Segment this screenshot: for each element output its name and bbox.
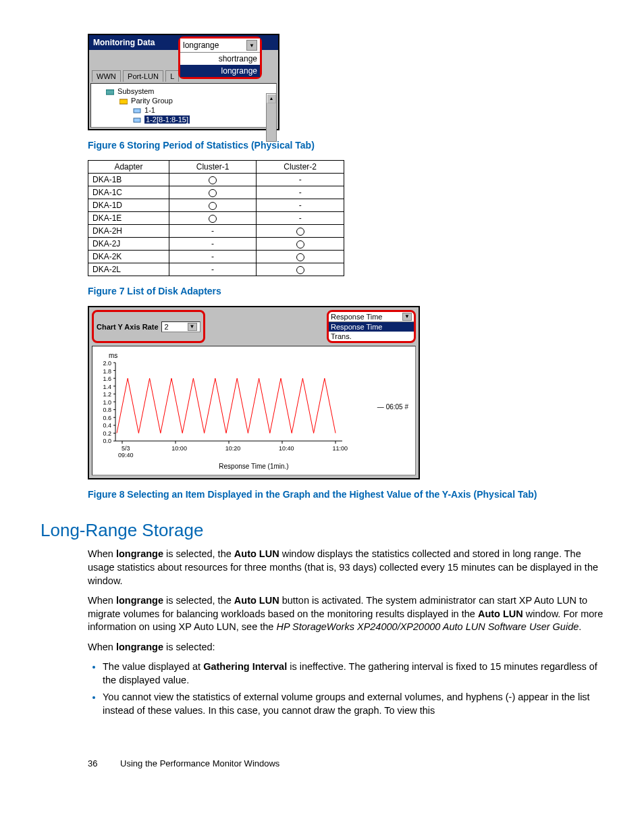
col-adapter: Adapter bbox=[88, 161, 169, 174]
col-cluster-1: Cluster-1 bbox=[169, 161, 257, 174]
figure-6-screenshot: Monitoring Data longrange ▼ shortrange l… bbox=[88, 34, 603, 130]
bullet-gathering-interval: The value displayed at Gathering Interva… bbox=[103, 660, 603, 687]
section-heading: Long-Range Storage bbox=[41, 520, 603, 541]
chart-title: Response Time (1min.) bbox=[92, 463, 415, 470]
body-text: When longrange is selected, the Auto LUN… bbox=[88, 548, 603, 717]
table-row: DKA-2K- bbox=[88, 251, 344, 263]
col-cluster-2: Cluster-2 bbox=[257, 161, 344, 174]
volume-icon bbox=[133, 107, 141, 114]
y-axis-rate-label: Chart Y Axis Rate bbox=[97, 323, 159, 331]
titlebar-label: Monitoring Data bbox=[93, 38, 155, 47]
bullet-external-volumes: You cannot view the statistics of extern… bbox=[103, 691, 603, 717]
disk-adapters-table: Adapter Cluster-1 Cluster-2 DKA-1B-DKA-1… bbox=[88, 160, 344, 276]
subsystem-icon bbox=[106, 88, 114, 95]
metric-option-response-time[interactable]: Response Time bbox=[329, 322, 414, 332]
svg-rect-2 bbox=[134, 109, 140, 113]
volume-icon bbox=[133, 117, 141, 124]
figure-8-caption: Figure 8 Selecting an Item Displayed in … bbox=[88, 489, 603, 500]
tree-leaf-1-1[interactable]: 1-1 bbox=[144, 106, 155, 114]
tree-group-label: Parity Group bbox=[131, 97, 173, 105]
figure-7-caption: Figure 7 List of Disk Adapters bbox=[88, 286, 603, 296]
storing-period-dropdown[interactable]: longrange ▼ shortrange longrange bbox=[178, 36, 262, 79]
page-footer: 36 Using the Performance Monitor Windows bbox=[88, 758, 603, 768]
subsystem-tree[interactable]: Subsystem Parity Group 1-1 1-2[8-1:8-15] bbox=[90, 83, 277, 128]
tab-wwn[interactable]: WWN bbox=[92, 70, 121, 82]
figure-8-screenshot: Chart Y Axis Rate 2 ▼ Response Time ▼ Re… bbox=[88, 306, 420, 479]
svg-rect-1 bbox=[119, 99, 128, 104]
chart-svg bbox=[92, 346, 410, 454]
dropdown-option-longrange[interactable]: longrange bbox=[180, 65, 260, 77]
table-row: DKA-2L- bbox=[88, 263, 344, 276]
chart-legend: — 06:05 # bbox=[377, 403, 408, 411]
tree-root-label: Subsystem bbox=[117, 87, 154, 95]
y-axis-rate-value: 2 bbox=[165, 323, 169, 331]
table-row: DKA-1B- bbox=[88, 174, 344, 186]
tree-scrollbar[interactable]: ▲ bbox=[266, 93, 277, 142]
svg-rect-3 bbox=[134, 118, 140, 122]
table-row: DKA-1D- bbox=[88, 199, 344, 212]
table-row: DKA-2J- bbox=[88, 238, 344, 251]
tab-extra[interactable]: L bbox=[165, 70, 179, 82]
legend-series-label: 06:05 # bbox=[386, 403, 408, 411]
chart-x-ticks: 5/309:4010:0010:2010:4011:00 bbox=[118, 445, 348, 459]
figure-6-caption: Figure 6 Storing Period of Statistics (P… bbox=[88, 140, 603, 151]
dropdown-selected-value: longrange bbox=[183, 41, 219, 50]
table-row: DKA-1C- bbox=[88, 186, 344, 199]
tree-leaf-selected[interactable]: 1-2[8-1:8-15] bbox=[144, 115, 190, 124]
footer-chapter-title: Using the Performance Monitor Windows bbox=[120, 758, 279, 768]
metric-option-trans[interactable]: Trans. bbox=[329, 332, 414, 341]
chevron-down-icon[interactable]: ▼ bbox=[188, 323, 197, 331]
svg-rect-0 bbox=[106, 90, 114, 95]
response-time-chart: ms 2.01.81.61.41.21.00.80.60.40.20.0 — 0… bbox=[92, 346, 416, 475]
table-row: DKA-1E- bbox=[88, 212, 344, 225]
metric-dropdown[interactable]: Response Time ▼ Response Time Trans. bbox=[327, 310, 416, 343]
page-number: 36 bbox=[88, 758, 97, 768]
dropdown-option-shortrange[interactable]: shortrange bbox=[180, 53, 260, 65]
tab-port-lun[interactable]: Port-LUN bbox=[123, 70, 163, 82]
legend-line-icon: — bbox=[377, 403, 384, 411]
metric-selected-value: Response Time bbox=[331, 313, 382, 321]
scroll-up-icon[interactable]: ▲ bbox=[267, 94, 276, 103]
chevron-down-icon[interactable]: ▼ bbox=[246, 40, 257, 51]
folder-icon bbox=[119, 98, 128, 105]
chevron-down-icon[interactable]: ▼ bbox=[402, 313, 412, 321]
table-row: DKA-2H- bbox=[88, 225, 344, 238]
y-axis-rate-control[interactable]: Chart Y Axis Rate 2 ▼ bbox=[92, 310, 205, 343]
